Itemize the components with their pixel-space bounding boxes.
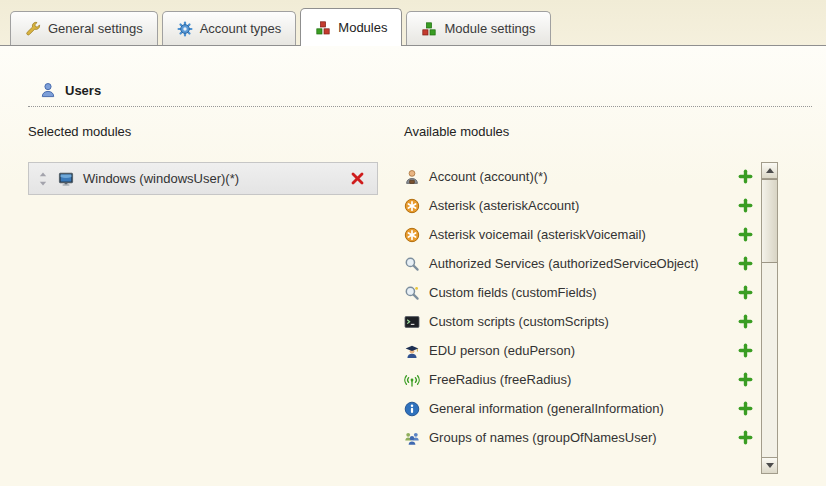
available-module-row: Groups of names (groupOfNamesUser) bbox=[404, 423, 761, 452]
available-module-row: Authorized Services (authorizedServiceOb… bbox=[404, 249, 761, 278]
add-module-button[interactable] bbox=[738, 343, 753, 358]
plus-icon bbox=[738, 198, 753, 213]
account-icon bbox=[404, 169, 420, 185]
tab-account-types[interactable]: Account types bbox=[162, 11, 297, 45]
available-modules-list: Account (account)(*) Asterisk (asteriskA… bbox=[404, 162, 761, 474]
scroll-up-button[interactable] bbox=[762, 163, 777, 179]
scrollbar-track[interactable] bbox=[762, 179, 777, 457]
modules-icon bbox=[315, 20, 331, 36]
available-module-row: Account (account)(*) bbox=[404, 162, 761, 191]
modules-columns: Selected modules Windows (windowsUser)(*… bbox=[28, 124, 812, 474]
available-module-row: Asterisk (asteriskAccount) bbox=[404, 191, 761, 220]
windows-module-icon bbox=[58, 171, 74, 187]
tab-modules[interactable]: Modules bbox=[300, 8, 402, 46]
user-icon bbox=[40, 82, 56, 98]
available-module-label: Custom scripts (customScripts) bbox=[429, 314, 729, 329]
tab-label: General settings bbox=[48, 21, 143, 36]
gear-icon bbox=[177, 21, 193, 37]
available-module-label: FreeRadius (freeRadius) bbox=[429, 372, 729, 387]
scrollbar-thumb[interactable] bbox=[762, 179, 777, 263]
info-icon bbox=[404, 401, 420, 417]
add-module-button[interactable] bbox=[738, 169, 753, 184]
settings-window: General settings Account types Modules M… bbox=[0, 0, 826, 486]
section-title: Users bbox=[65, 83, 101, 98]
selected-module-label: Windows (windowsUser)(*) bbox=[83, 171, 341, 186]
triangle-up-icon bbox=[766, 168, 774, 173]
plus-icon bbox=[738, 169, 753, 184]
available-modules-heading: Available modules bbox=[404, 124, 778, 140]
available-module-row: Asterisk voicemail (asteriskVoicemail) bbox=[404, 220, 761, 249]
available-module-label: Asterisk voicemail (asteriskVoicemail) bbox=[429, 227, 729, 242]
add-module-button[interactable] bbox=[738, 227, 753, 242]
add-module-button[interactable] bbox=[738, 198, 753, 213]
magnifier-icon bbox=[404, 256, 420, 272]
delete-x-icon bbox=[350, 171, 365, 186]
scrollbar[interactable] bbox=[761, 162, 778, 474]
plus-icon bbox=[738, 227, 753, 242]
modules-panel: Users Selected modules Windows (windowsU… bbox=[0, 46, 826, 486]
magnifier-sparkle-icon bbox=[404, 285, 420, 301]
triangle-down-icon bbox=[766, 463, 774, 468]
available-module-label: Custom fields (customFields) bbox=[429, 285, 729, 300]
edu-person-icon bbox=[404, 343, 420, 359]
terminal-icon bbox=[404, 314, 420, 330]
plus-icon bbox=[738, 343, 753, 358]
add-module-button[interactable] bbox=[738, 256, 753, 271]
selected-modules-heading: Selected modules bbox=[28, 124, 378, 140]
wrench-icon bbox=[25, 21, 41, 37]
asterisk-voicemail-icon bbox=[404, 227, 420, 243]
plus-icon bbox=[738, 401, 753, 416]
available-modules-wrap: Account (account)(*) Asterisk (asteriskA… bbox=[404, 162, 778, 474]
plus-icon bbox=[738, 256, 753, 271]
available-module-row: Custom scripts (customScripts) bbox=[404, 307, 761, 336]
available-module-row: Custom fields (customFields) bbox=[404, 278, 761, 307]
available-module-row: EDU person (eduPerson) bbox=[404, 336, 761, 365]
selected-modules-column: Selected modules Windows (windowsUser)(*… bbox=[28, 124, 378, 474]
tab-label: Modules bbox=[338, 20, 387, 35]
tab-general-settings[interactable]: General settings bbox=[10, 11, 158, 45]
add-module-button[interactable] bbox=[738, 372, 753, 387]
available-module-row: FreeRadius (freeRadius) bbox=[404, 365, 761, 394]
plus-icon bbox=[738, 430, 753, 445]
tab-bar: General settings Account types Modules M… bbox=[0, 0, 826, 46]
group-icon bbox=[404, 430, 420, 446]
drag-handle-icon[interactable] bbox=[37, 172, 49, 186]
selected-module-row[interactable]: Windows (windowsUser)(*) bbox=[28, 162, 378, 195]
scroll-down-button[interactable] bbox=[762, 457, 777, 473]
module-settings-icon bbox=[421, 21, 437, 37]
asterisk-icon bbox=[404, 198, 420, 214]
add-module-button[interactable] bbox=[738, 430, 753, 445]
available-module-label: Account (account)(*) bbox=[429, 169, 729, 184]
available-module-label: Asterisk (asteriskAccount) bbox=[429, 198, 729, 213]
tab-label: Module settings bbox=[444, 21, 535, 36]
plus-icon bbox=[738, 285, 753, 300]
available-module-label: Authorized Services (authorizedServiceOb… bbox=[429, 256, 729, 271]
available-module-label: General information (generalInformation) bbox=[429, 401, 729, 416]
remove-module-button[interactable] bbox=[350, 171, 365, 186]
plus-icon bbox=[738, 314, 753, 329]
antenna-icon bbox=[404, 372, 420, 388]
available-module-row: General information (generalInformation) bbox=[404, 394, 761, 423]
available-module-label: EDU person (eduPerson) bbox=[429, 343, 729, 358]
tab-module-settings[interactable]: Module settings bbox=[406, 11, 550, 45]
add-module-button[interactable] bbox=[738, 314, 753, 329]
tab-label: Account types bbox=[200, 21, 282, 36]
add-module-button[interactable] bbox=[738, 401, 753, 416]
add-module-button[interactable] bbox=[738, 285, 753, 300]
available-modules-column: Available modules Account (account)(*) bbox=[404, 124, 778, 474]
plus-icon bbox=[738, 372, 753, 387]
available-module-label: Groups of names (groupOfNamesUser) bbox=[429, 430, 729, 445]
section-header-users: Users bbox=[28, 46, 812, 107]
